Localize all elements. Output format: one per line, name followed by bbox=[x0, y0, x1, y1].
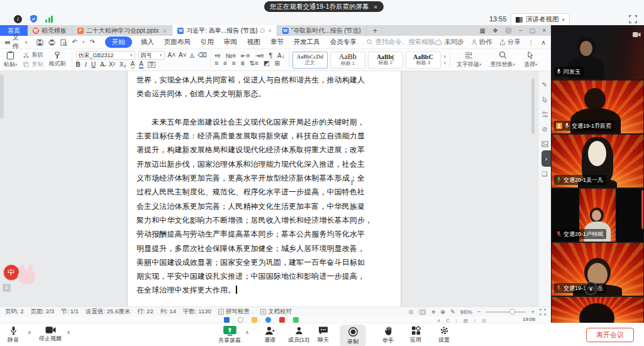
web-view-icon[interactable]: ⊕ bbox=[440, 308, 445, 315]
record-button[interactable]: 录制 bbox=[340, 325, 366, 346]
apps-button[interactable]: 应用 bbox=[410, 326, 421, 344]
fit-fullscreen-icon[interactable] bbox=[540, 309, 546, 315]
mic-options-icon[interactable]: ∧ bbox=[28, 330, 31, 335]
doc-line[interactable]: 明显提升，多层次社会保障体系更加健全；城乡人居环境明显改善， bbox=[136, 242, 367, 255]
shrink-font-icon[interactable]: A˅ bbox=[179, 52, 187, 59]
bullet-list-icon[interactable]: •≡ bbox=[214, 53, 220, 59]
highlight-color-button[interactable]: A bbox=[131, 61, 135, 69]
close-icon[interactable]: × bbox=[542, 27, 546, 34]
fullscreen-icon[interactable] bbox=[629, 14, 637, 26]
bold-button[interactable]: B bbox=[76, 62, 80, 68]
format-painter-button[interactable]: 格式刷 bbox=[45, 49, 70, 70]
pinned-app-icon[interactable] bbox=[279, 317, 285, 323]
leave-meeting-button[interactable]: 离开会议 bbox=[586, 328, 634, 342]
grow-font-icon[interactable]: A˄ bbox=[168, 52, 176, 59]
raise-hand-button[interactable]: 举手 bbox=[382, 326, 394, 345]
select-tool-icon[interactable] bbox=[542, 96, 548, 103]
info-icon[interactable]: i bbox=[14, 15, 22, 23]
skin-icon[interactable]: ❖ bbox=[492, 27, 498, 34]
doc-line[interactable]: 期实现，平安中国建设扎实推进；中国国际地位和影响进一步提高， bbox=[136, 269, 367, 283]
doc-line[interactable] bbox=[136, 101, 367, 115]
style-heading1[interactable]: AaBb标题 1 bbox=[330, 52, 365, 69]
style-normal[interactable]: AaBbCcDd正文 bbox=[292, 52, 328, 69]
share-button[interactable]: 分享 bbox=[499, 38, 521, 47]
explorer-icon[interactable] bbox=[252, 317, 257, 323]
doc-line[interactable]: 著提升，构建新发展格局和建设现代化经济体系取得重大进展；改革 bbox=[136, 143, 367, 157]
page-view-icon[interactable]: ▢ bbox=[418, 308, 426, 315]
read-mode-icon[interactable]: ❏ bbox=[542, 170, 548, 177]
ribbon-tab-home[interactable]: 开始 bbox=[105, 36, 132, 48]
sync-status[interactable]: 未同步 bbox=[435, 38, 464, 47]
sticker-mini-panel[interactable]: ≡ bbox=[3, 284, 11, 292]
share-screen-button[interactable]: 共享屏幕 bbox=[218, 326, 241, 345]
select-button[interactable]: 选择▾ bbox=[519, 49, 542, 70]
edge-icon[interactable] bbox=[265, 317, 271, 323]
paste-button[interactable]: 粘贴▾ bbox=[0, 49, 21, 70]
wechat-icon[interactable] bbox=[293, 317, 299, 323]
align-right-icon[interactable]: ≡ bbox=[232, 60, 236, 67]
redo-icon[interactable]: ↷ bbox=[89, 39, 94, 45]
mute-button[interactable]: 静音 bbox=[8, 326, 19, 344]
scroll-more-videos-button[interactable]: ∨ bbox=[584, 282, 597, 295]
char-border-button[interactable]: 字 bbox=[148, 62, 155, 68]
justify-icon[interactable]: ≡ bbox=[241, 60, 245, 67]
video-tile[interactable]: 交通19-1卢俊岳 bbox=[552, 243, 643, 296]
ribbon-tab-view[interactable]: 视图 bbox=[246, 37, 262, 47]
camera-pin-icon[interactable] bbox=[633, 29, 641, 40]
tab-caret-icon[interactable]: ∨ bbox=[163, 28, 167, 34]
collaborate-button[interactable]: 协作 bbox=[471, 38, 492, 47]
collapse-ribbon-icon[interactable]: ∧ bbox=[541, 38, 546, 46]
save-icon[interactable] bbox=[36, 39, 43, 46]
video-tile-partial[interactable] bbox=[552, 297, 643, 323]
numbered-list-icon[interactable]: №≡ bbox=[226, 53, 236, 59]
zoom-in-icon[interactable]: + bbox=[531, 308, 535, 315]
align-center-icon[interactable]: ≡ bbox=[223, 60, 227, 67]
superscript-button[interactable]: X² bbox=[109, 62, 115, 68]
ribbon-tab-section[interactable]: 章节 bbox=[269, 37, 285, 47]
ribbon-tab-references[interactable]: 引用 bbox=[199, 37, 215, 47]
zoom-slider[interactable] bbox=[486, 311, 526, 313]
document-page[interactable]: 世界，实现全体人民共同富裕，促进人与自然和谐共生，推动构建人 类命运共同体，创造… bbox=[128, 71, 401, 332]
doc-line[interactable]: 未来五年是全面建设社会主义现代化国家开局起步的关键时期， bbox=[136, 115, 367, 129]
video-tile[interactable]: 交通19-1乔辰霓 bbox=[552, 81, 643, 133]
status-word-count[interactable]: 字数: 1130 bbox=[183, 308, 211, 316]
doc-line-with-caret[interactable]: 在全球治理中发挥更大作用。 bbox=[136, 283, 367, 297]
undo-icon[interactable]: ↶ bbox=[72, 39, 77, 45]
video-tile[interactable]: 交通20-1卢特斌 bbox=[552, 189, 643, 242]
network-signal-icon[interactable] bbox=[45, 15, 53, 23]
decrease-indent-icon[interactable]: ⇤≡ bbox=[241, 53, 250, 59]
adjust-tool-icon[interactable] bbox=[541, 111, 548, 118]
ribbon-tab-member[interactable]: 会员专享 bbox=[329, 37, 358, 47]
doc-line[interactable]: 类命运共同体，创造人类文明新形态。 bbox=[136, 87, 367, 101]
undo-caret-icon[interactable]: ▾ bbox=[82, 40, 85, 45]
restore-icon[interactable]: ▢ bbox=[530, 27, 535, 34]
shading-icon[interactable]: ◩ bbox=[264, 60, 269, 67]
borders-icon[interactable]: ⊞ bbox=[274, 60, 279, 67]
account-avatar[interactable] bbox=[505, 27, 512, 34]
align-left-icon[interactable]: ≡ bbox=[214, 60, 218, 67]
increase-indent-icon[interactable]: ⇥≡ bbox=[255, 53, 264, 59]
text-layout-button[interactable]: 文字排版▾ bbox=[452, 49, 486, 70]
ribbon-tab-insert[interactable]: 插入 bbox=[140, 37, 155, 47]
video-tile-active-speaker[interactable]: 交通20-1吴一凡 bbox=[552, 135, 643, 187]
chat-button[interactable]: 聊天 bbox=[318, 326, 329, 344]
more-vertical-icon[interactable]: ⋮ bbox=[528, 38, 535, 46]
doc-line[interactable]: 义市场经济体制更加完善，更高水平开放型经济新体制基本形成；全 bbox=[136, 171, 367, 185]
file-menu-button[interactable]: 文件 ▾ bbox=[0, 33, 33, 51]
video-tile[interactable]: 闫发玉 bbox=[552, 26, 643, 79]
tab-ppt[interactable]: P 二十大精神学习会ppt.pptx ∨ bbox=[72, 25, 172, 36]
vertical-scrollbar[interactable] bbox=[531, 79, 535, 134]
video-options-icon[interactable]: ∧ bbox=[67, 330, 70, 335]
invite-button[interactable]: 邀请 bbox=[264, 326, 275, 344]
image-tool-icon[interactable] bbox=[541, 141, 548, 147]
search-app-icon[interactable] bbox=[238, 317, 243, 323]
doc-line[interactable]: 会主义法治体系更加完善；人民精神文化生活更加丰富，中华民族凝 bbox=[136, 199, 367, 213]
left-scrollbar[interactable] bbox=[0, 74, 4, 118]
cut-button[interactable]: 剪切 bbox=[23, 51, 43, 59]
doc-line[interactable]: 过程人民民主制度化、规范化、程序化水平进一步提高，中国特色社 bbox=[136, 185, 367, 199]
ribbon-tab-page-layout[interactable]: 页面布局 bbox=[163, 37, 192, 47]
share-options-icon[interactable]: ∧ bbox=[245, 330, 249, 335]
styles-scroll-up-icon[interactable]: ∧ bbox=[443, 54, 447, 59]
font-name-select[interactable]: 仿宋_GB2312 ▾ bbox=[76, 51, 135, 60]
print-icon[interactable] bbox=[48, 39, 55, 46]
